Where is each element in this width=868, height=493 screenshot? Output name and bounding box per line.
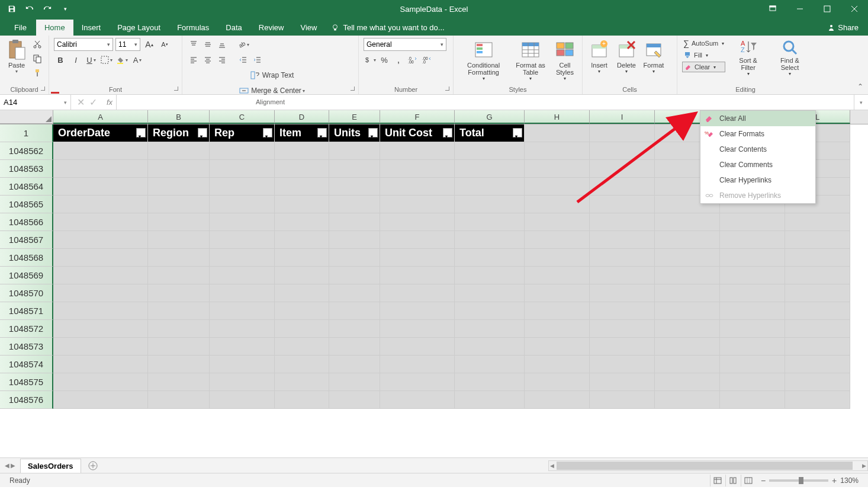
cell[interactable] <box>455 320 525 338</box>
cell[interactable] <box>148 267 210 284</box>
cell[interactable] <box>720 249 785 267</box>
cell[interactable] <box>720 320 785 338</box>
cell[interactable] <box>590 231 655 249</box>
view-page-break-button[interactable] <box>741 475 756 486</box>
autosum-button[interactable]: ∑AutoSum▾ <box>682 38 725 49</box>
cell[interactable] <box>148 231 210 249</box>
tell-me-search[interactable]: Tell me what you want to do... <box>325 20 450 36</box>
menu-clear-hyperlinks[interactable]: Clear Hyperlinks <box>700 172 815 188</box>
row-header[interactable]: 1048563 <box>0 160 53 178</box>
cell[interactable] <box>590 196 655 213</box>
cell[interactable] <box>148 302 210 320</box>
orientation-button[interactable]: ab <box>237 38 250 51</box>
tab-page-layout[interactable]: Page Layout <box>109 20 169 36</box>
fill-button[interactable]: Fill▾ <box>682 50 725 60</box>
cell[interactable] <box>590 338 655 356</box>
align-middle-button[interactable] <box>201 38 214 51</box>
cell[interactable] <box>525 142 590 160</box>
number-format-select[interactable]: General▾ <box>364 38 446 51</box>
cell[interactable] <box>380 320 455 338</box>
col-header-c[interactable]: C <box>210 110 275 124</box>
cell[interactable] <box>329 178 380 196</box>
cell[interactable] <box>380 373 455 391</box>
cell[interactable] <box>785 373 850 391</box>
cell[interactable] <box>148 160 210 178</box>
cell[interactable] <box>329 249 380 267</box>
cell[interactable] <box>53 320 148 338</box>
ribbon-options-button[interactable] <box>759 0 786 18</box>
zoom-slider[interactable] <box>769 479 828 482</box>
cell[interactable] <box>720 338 785 356</box>
cell[interactable] <box>210 178 275 196</box>
cell[interactable] <box>329 142 380 160</box>
cell[interactable] <box>210 338 275 356</box>
cell[interactable] <box>53 142 148 160</box>
cell[interactable] <box>455 160 525 178</box>
col-header-a[interactable]: A <box>53 110 148 124</box>
cell[interactable] <box>329 320 380 338</box>
fill-color-button[interactable] <box>115 53 128 66</box>
menu-clear-comments[interactable]: Clear Comments <box>700 157 815 172</box>
cell[interactable] <box>720 302 785 320</box>
cell[interactable] <box>380 196 455 213</box>
filter-button[interactable] <box>443 128 452 137</box>
cancel-formula-button[interactable]: ✕ <box>77 97 85 108</box>
cell[interactable] <box>455 249 525 267</box>
cell[interactable] <box>329 338 380 356</box>
cell[interactable] <box>525 302 590 320</box>
menu-clear-all[interactable]: Clear All <box>700 111 815 126</box>
cell[interactable] <box>720 284 785 302</box>
underline-button[interactable]: U <box>85 53 98 66</box>
cell[interactable] <box>380 267 455 284</box>
cell[interactable] <box>455 142 525 160</box>
enter-formula-button[interactable]: ✓ <box>89 97 97 108</box>
cell[interactable] <box>53 284 148 302</box>
cell[interactable] <box>148 391 210 409</box>
formula-bar-expand-button[interactable]: ▾ <box>854 95 868 110</box>
cell[interactable] <box>148 338 210 356</box>
filter-button[interactable] <box>136 128 146 137</box>
cell[interactable] <box>329 284 380 302</box>
select-all-corner[interactable] <box>0 110 53 124</box>
cell[interactable] <box>329 302 380 320</box>
redo-button[interactable] <box>39 1 56 17</box>
cell[interactable] <box>525 160 590 178</box>
row-header[interactable]: 1048571 <box>0 302 53 320</box>
cell[interactable] <box>53 160 148 178</box>
cell[interactable] <box>525 213 590 231</box>
cell[interactable] <box>53 338 148 356</box>
cell[interactable] <box>210 320 275 338</box>
cell[interactable] <box>380 284 455 302</box>
cell[interactable] <box>455 196 525 213</box>
minimize-button[interactable] <box>786 0 814 18</box>
cell[interactable] <box>655 373 720 391</box>
cell[interactable] <box>53 391 148 409</box>
format-painter-button[interactable] <box>31 66 44 79</box>
cell[interactable] <box>275 231 329 249</box>
cell[interactable] <box>455 284 525 302</box>
clear-button[interactable]: Clear▾ <box>682 62 725 72</box>
cell[interactable] <box>148 213 210 231</box>
cell[interactable] <box>455 391 525 409</box>
cell[interactable] <box>785 320 850 338</box>
cell[interactable] <box>210 231 275 249</box>
row-header[interactable]: 1048574 <box>0 356 53 373</box>
align-center-button[interactable] <box>201 53 214 66</box>
cell[interactable] <box>455 178 525 196</box>
collapse-ribbon-button[interactable]: ⌃ <box>857 82 863 91</box>
row-header[interactable]: 1048572 <box>0 320 53 338</box>
align-bottom-button[interactable] <box>216 38 229 51</box>
sort-filter-button[interactable]: AZ Sort & Filter▾ <box>731 38 765 85</box>
cell[interactable] <box>275 196 329 213</box>
row-header[interactable]: 1048576 <box>0 391 53 409</box>
decrease-font-button[interactable]: A▾ <box>158 38 171 51</box>
cell[interactable] <box>525 178 590 196</box>
cell[interactable] <box>455 267 525 284</box>
cell[interactable] <box>329 160 380 178</box>
alignment-dialog-launcher[interactable] <box>348 84 356 92</box>
save-button[interactable] <box>4 1 20 17</box>
tab-review[interactable]: Review <box>250 20 292 36</box>
cell[interactable] <box>148 284 210 302</box>
col-header-h[interactable]: H <box>525 110 590 124</box>
cell[interactable] <box>455 302 525 320</box>
